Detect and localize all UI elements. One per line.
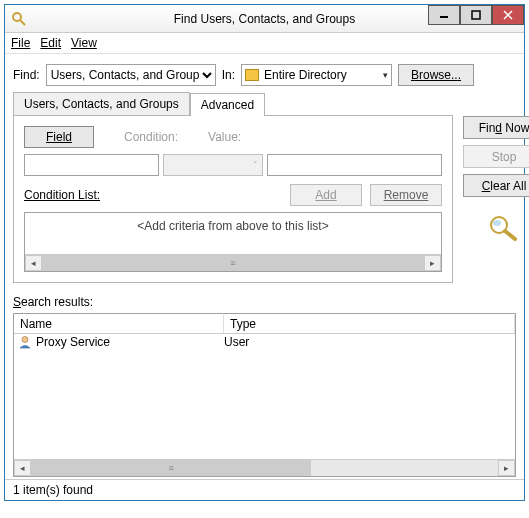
results-scroll-thumb[interactable]: ≡ (31, 460, 311, 476)
find-now-button[interactable]: Find Now (463, 116, 529, 139)
column-header-type[interactable]: Type (224, 315, 515, 333)
results-body: Proxy Service User (14, 334, 515, 459)
search-scope-row: Find: Users, Contacts, and Groups In: En… (5, 54, 524, 92)
criteria-list[interactable]: <Add criteria from above to this list> ◂… (24, 212, 442, 272)
svg-rect-3 (472, 11, 480, 19)
menu-bar: File Edit View (5, 33, 524, 54)
chevron-down-icon: ▾ (383, 70, 388, 80)
field-dropdown-button[interactable]: Field (24, 126, 94, 148)
scroll-thumb[interactable]: ≡ (42, 255, 424, 271)
tab-advanced[interactable]: Advanced (190, 93, 265, 116)
action-column: Find Now Stop Clear All (463, 92, 529, 283)
advanced-panel: Field Condition: Value: ˅ Condition List… (13, 115, 453, 283)
result-name: Proxy Service (36, 335, 110, 349)
stop-button: Stop (463, 145, 529, 168)
results-row[interactable]: Proxy Service User (14, 334, 515, 350)
menu-edit[interactable]: Edit (40, 36, 61, 50)
svg-line-1 (20, 20, 25, 25)
remove-button[interactable]: Remove (370, 184, 442, 206)
menu-file[interactable]: File (11, 36, 30, 50)
in-combo-value: Entire Directory (264, 68, 347, 82)
folder-icon (245, 69, 259, 81)
find-combo[interactable]: Users, Contacts, and Groups (46, 64, 216, 86)
field-input[interactable] (24, 154, 159, 176)
maximize-button[interactable] (460, 5, 492, 25)
svg-point-9 (22, 337, 28, 343)
value-label: Value: (208, 130, 241, 144)
status-bar: 1 item(s) found (5, 479, 524, 500)
condition-select: ˅ (163, 154, 263, 176)
scroll-right-button[interactable]: ▸ (424, 255, 441, 271)
results-header: Name Type (14, 314, 515, 334)
in-label: In: (222, 68, 235, 82)
window-controls (428, 5, 524, 25)
app-icon (11, 11, 27, 27)
in-combo[interactable]: Entire Directory ▾ (241, 64, 392, 86)
minimize-button[interactable] (428, 5, 460, 25)
condition-list-label: Condition List: (24, 188, 282, 202)
add-button: Add (290, 184, 362, 206)
title-bar: Find Users, Contacts, and Groups (5, 5, 524, 33)
results-label: Search results: (5, 291, 524, 311)
criteria-tabs: Users, Contacts, and Groups Advanced Fie… (13, 92, 453, 283)
find-dialog-window: Find Users, Contacts, and Groups File Ed… (4, 4, 525, 501)
results-scroll-right[interactable]: ▸ (498, 460, 515, 476)
svg-line-8 (505, 231, 515, 239)
user-icon (18, 335, 32, 349)
close-button[interactable] (492, 5, 524, 25)
results-hscroll[interactable]: ◂ ≡ ▸ (14, 459, 515, 476)
svg-point-7 (493, 220, 501, 226)
results-scroll-left[interactable]: ◂ (14, 460, 31, 476)
scroll-left-button[interactable]: ◂ (25, 255, 42, 271)
criteria-list-hscroll[interactable]: ◂ ≡ ▸ (25, 254, 441, 271)
svg-point-0 (13, 13, 21, 21)
browse-button[interactable]: Browse... (398, 64, 474, 86)
clear-all-button[interactable]: Clear All (463, 174, 529, 197)
tab-users-contacts-groups[interactable]: Users, Contacts, and Groups (13, 92, 190, 115)
menu-view[interactable]: View (71, 36, 97, 50)
find-label: Find: (13, 68, 40, 82)
condition-label: Condition: (124, 130, 178, 144)
results-list[interactable]: Name Type Proxy Service User ◂ ≡ (13, 313, 516, 477)
result-type: User (224, 335, 511, 349)
value-input[interactable] (267, 154, 442, 176)
column-header-name[interactable]: Name (14, 315, 224, 333)
criteria-placeholder: <Add criteria from above to this list> (25, 213, 441, 233)
search-icon (487, 213, 521, 246)
